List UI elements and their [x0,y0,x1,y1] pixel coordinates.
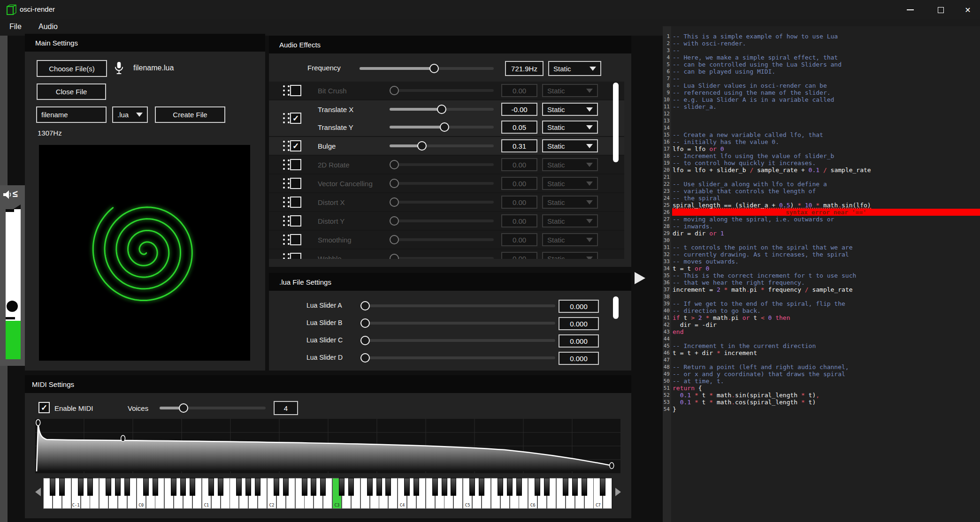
enable-midi-checkbox[interactable]: ✓ [38,402,50,413]
effect-value-box[interactable]: 0.31 [501,139,537,152]
drag-handle-icon[interactable] [283,113,290,124]
drag-handle-icon[interactable] [283,253,290,259]
black-key[interactable] [50,478,55,496]
effect-value-box[interactable]: 0.00 [501,233,537,246]
slider[interactable] [390,178,494,189]
black-key[interactable] [255,478,260,496]
black-key[interactable] [124,478,130,496]
effect-checkbox[interactable]: ✓ [290,159,301,170]
slider-thumb[interactable] [437,105,446,114]
black-key[interactable] [283,478,289,496]
effect-value-box[interactable]: 0.00 [501,84,537,97]
drag-handle-icon[interactable] [283,197,290,208]
slider[interactable] [390,253,494,259]
black-key[interactable] [479,478,484,496]
black-key[interactable] [302,478,307,496]
frequency-slider[interactable] [360,63,494,74]
keyboard-scroll-left-icon[interactable] [35,488,41,496]
slider[interactable] [390,104,494,115]
volume-knob[interactable] [7,301,18,312]
drag-handle-icon[interactable] [283,141,290,151]
slider-thumb[interactable] [390,179,399,188]
slider[interactable] [360,335,555,346]
slider[interactable] [160,402,266,414]
maximize-button[interactable] [934,5,947,15]
slider-thumb[interactable] [360,318,370,328]
drag-handle-icon[interactable] [283,178,290,189]
black-key[interactable] [218,478,223,496]
choose-files-button[interactable]: Choose File(s) [37,60,107,77]
black-key[interactable] [600,478,605,496]
effect-checkbox[interactable]: ✓ [290,140,301,151]
effect-checkbox[interactable]: ✓ [290,215,301,227]
black-key[interactable] [348,478,354,496]
black-key[interactable] [245,478,251,496]
black-key[interactable] [208,478,214,496]
black-key[interactable] [582,478,587,496]
slider-thumb[interactable] [390,216,399,226]
slider[interactable] [360,300,555,311]
drag-handle-icon[interactable] [283,216,290,227]
black-key[interactable] [404,478,410,496]
lua-slider-value-box[interactable]: 0.000 [559,300,599,313]
slider-thumb[interactable] [179,403,188,413]
black-key[interactable] [59,478,65,496]
black-key[interactable] [544,478,550,496]
voices-value-box[interactable]: 4 [274,401,298,415]
black-key[interactable] [236,478,242,496]
slider-thumb[interactable] [390,86,399,95]
keyboard-scroll-right-icon[interactable] [615,488,621,496]
effect-value-box[interactable]: 0.05 [501,121,537,134]
black-key[interactable] [339,478,345,496]
effect-mode-dropdown[interactable]: Static [542,252,598,259]
black-key[interactable] [143,478,149,496]
lua-scrollbar-thumb[interactable] [613,296,619,319]
drag-handle-icon[interactable] [283,159,290,170]
frequency-mode-dropdown[interactable]: Static [548,61,601,76]
slider-thumb[interactable] [360,336,370,345]
lua-code-editor[interactable]: 1-- This is a simple example of how to u… [663,26,980,522]
black-key[interactable] [385,478,391,496]
black-key[interactable] [451,478,456,496]
slider[interactable] [360,318,555,329]
slider-thumb[interactable] [390,197,399,207]
slider-thumb[interactable] [390,160,399,169]
black-key[interactable] [311,478,316,496]
effect-value-box[interactable]: 0.00 [501,177,537,190]
black-key[interactable] [432,478,438,496]
close-file-button[interactable]: Close File [37,83,106,100]
effect-value-box[interactable]: 0.00 [501,214,537,227]
black-key[interactable] [190,478,195,496]
slider[interactable] [390,215,494,227]
effect-checkbox[interactable]: ✓ [290,113,301,124]
black-key[interactable] [376,478,382,496]
filename-input[interactable]: filename [36,106,107,123]
lua-slider-value-box[interactable]: 0.000 [559,334,599,348]
close-button[interactable]: ✕ [961,5,974,15]
effect-mode-dropdown[interactable]: Static [542,214,598,227]
render-play-icon[interactable] [635,272,645,284]
black-key[interactable] [106,478,111,496]
black-key[interactable] [115,478,121,496]
effect-checkbox[interactable]: ✓ [290,178,301,189]
black-key[interactable] [153,478,158,496]
black-key[interactable] [367,478,373,496]
black-key[interactable] [78,478,84,496]
effects-scrollbar-thumb[interactable] [613,83,619,162]
slider[interactable] [360,63,494,74]
effect-mode-dropdown[interactable]: Static [542,233,598,246]
slider-thumb[interactable] [360,301,370,310]
effect-value-box[interactable]: 0.00 [501,252,537,259]
black-key[interactable] [563,478,568,496]
black-key[interactable] [171,478,176,496]
menu-file[interactable]: File [7,22,24,32]
effect-mode-dropdown[interactable]: Static [542,158,598,171]
effect-mode-dropdown[interactable]: Static [542,121,598,134]
black-key[interactable] [413,478,419,496]
effect-value-box[interactable]: 0.00 [501,196,537,209]
volume-meter-track[interactable] [6,209,21,359]
voices-slider[interactable] [160,402,266,414]
effect-checkbox[interactable]: ✓ [290,253,301,259]
black-key[interactable] [180,478,186,496]
slider[interactable] [390,234,494,245]
